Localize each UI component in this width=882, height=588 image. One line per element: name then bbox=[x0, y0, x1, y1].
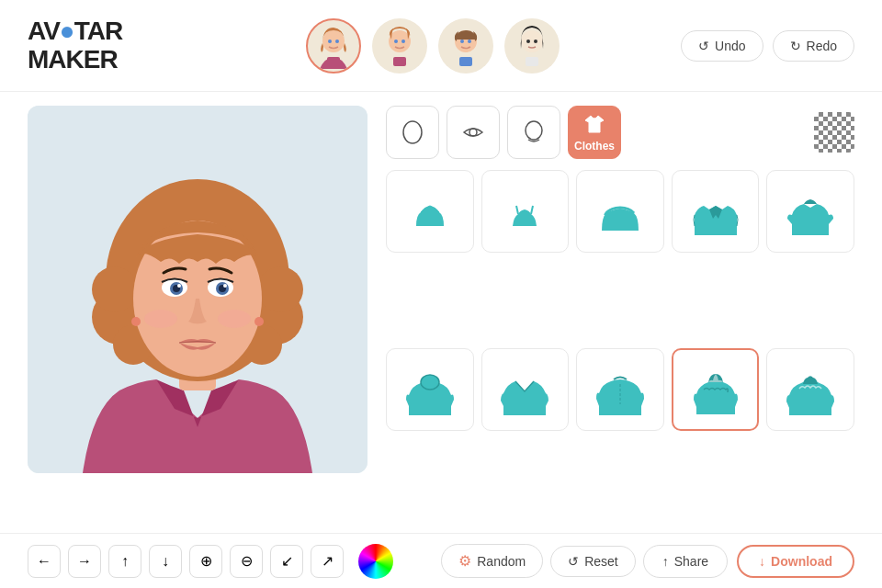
svg-point-9 bbox=[460, 40, 464, 43]
preset-avatar-1[interactable] bbox=[306, 18, 361, 74]
tab-clothes-inner: Clothes bbox=[574, 112, 615, 153]
right-panel: Clothes bbox=[386, 106, 854, 519]
svg-point-12 bbox=[521, 30, 543, 52]
svg-point-35 bbox=[218, 310, 251, 328]
zoom-out-button[interactable]: ⊖ bbox=[230, 545, 263, 578]
random-icon: ⚙ bbox=[458, 552, 471, 570]
reset-label: Reset bbox=[584, 554, 618, 569]
svg-point-39 bbox=[469, 129, 477, 136]
item-cell-10[interactable] bbox=[766, 348, 854, 431]
arrow-left-button[interactable]: ← bbox=[28, 545, 61, 578]
svg-point-23 bbox=[92, 266, 138, 312]
redo-button[interactable]: ↻ Redo bbox=[773, 30, 854, 62]
tab-clothes-label: Clothes bbox=[574, 140, 615, 153]
item-cell-7[interactable] bbox=[481, 348, 570, 431]
item-cell-5[interactable] bbox=[766, 170, 854, 253]
logo-text: AV●TAR MAKER bbox=[28, 17, 147, 74]
bottom-right-actions: ↑ Share ↓ Download bbox=[643, 545, 854, 578]
arrow-right-button[interactable]: → bbox=[68, 545, 101, 578]
zoom-in-button[interactable]: ⊕ bbox=[189, 545, 222, 578]
pattern-picker[interactable] bbox=[814, 112, 854, 153]
redo-icon: ↻ bbox=[790, 39, 801, 53]
svg-point-5 bbox=[394, 40, 398, 43]
tab-face[interactable] bbox=[386, 106, 439, 159]
main-content: Clothes bbox=[0, 92, 882, 533]
svg-rect-15 bbox=[526, 57, 538, 66]
svg-point-40 bbox=[526, 121, 542, 140]
item-cell-9[interactable] bbox=[672, 348, 760, 431]
item-cell-8[interactable] bbox=[576, 348, 664, 431]
color-wheel[interactable] bbox=[358, 544, 393, 579]
svg-point-36 bbox=[131, 317, 141, 326]
reset-button[interactable]: ↺ Reset bbox=[550, 546, 636, 577]
app-container: AV●TAR MAKER bbox=[0, 0, 882, 588]
svg-point-1 bbox=[328, 40, 332, 43]
svg-point-4 bbox=[389, 30, 411, 52]
item-cell-2[interactable] bbox=[481, 170, 570, 253]
svg-point-38 bbox=[403, 121, 422, 143]
scale-down-button[interactable]: ↙ bbox=[270, 545, 303, 578]
undo-label: Undo bbox=[715, 39, 745, 53]
undo-icon: ↺ bbox=[698, 39, 709, 53]
svg-point-41 bbox=[421, 375, 439, 390]
item-cell-6[interactable] bbox=[386, 348, 474, 431]
svg-point-13 bbox=[526, 40, 530, 43]
random-label: Random bbox=[477, 554, 526, 569]
tab-eyes[interactable] bbox=[447, 106, 500, 159]
preset-avatar-2[interactable] bbox=[372, 18, 427, 74]
svg-point-24 bbox=[257, 266, 303, 312]
download-label: Download bbox=[771, 554, 832, 569]
undo-button[interactable]: ↺ Undo bbox=[681, 30, 763, 62]
header: AV●TAR MAKER bbox=[0, 0, 882, 92]
arrow-up-button[interactable]: ↑ bbox=[108, 545, 141, 578]
svg-point-0 bbox=[322, 30, 345, 52]
share-label: Share bbox=[674, 554, 708, 569]
preset-avatar-3[interactable] bbox=[438, 18, 493, 74]
category-tabs: Clothes bbox=[386, 106, 854, 159]
download-button[interactable]: ↓ Download bbox=[737, 545, 854, 578]
svg-rect-11 bbox=[459, 57, 472, 66]
svg-point-34 bbox=[144, 310, 177, 328]
item-cell-3[interactable] bbox=[576, 170, 664, 253]
item-cell-1[interactable] bbox=[386, 170, 474, 253]
svg-point-10 bbox=[468, 40, 471, 43]
avatar-canvas bbox=[28, 106, 368, 473]
logo-dot-blue: ● bbox=[60, 17, 74, 45]
tab-head[interactable] bbox=[507, 106, 560, 159]
preset-avatar-4[interactable] bbox=[504, 18, 560, 74]
tab-clothes[interactable]: Clothes bbox=[568, 106, 621, 159]
arrow-down-button[interactable]: ↓ bbox=[149, 545, 182, 578]
svg-point-33 bbox=[223, 284, 227, 288]
item-cell-4[interactable] bbox=[672, 170, 760, 253]
download-icon: ↓ bbox=[759, 554, 765, 569]
redo-label: Redo bbox=[807, 39, 837, 53]
logo: AV●TAR MAKER bbox=[28, 17, 147, 74]
items-grid bbox=[386, 170, 854, 519]
share-button[interactable]: ↑ Share bbox=[643, 545, 728, 578]
svg-point-2 bbox=[335, 40, 339, 43]
svg-point-6 bbox=[401, 40, 405, 43]
avatar-presets bbox=[184, 18, 681, 74]
share-icon: ↑ bbox=[662, 554, 669, 569]
bottom-toolbar: ← → ↑ ↓ ⊕ ⊖ ↙ ↗ ⚙ Random ↺ Reset ↑ Share… bbox=[0, 533, 882, 588]
reset-icon: ↺ bbox=[568, 554, 579, 569]
svg-point-37 bbox=[254, 317, 264, 326]
random-button[interactable]: ⚙ Random bbox=[441, 544, 543, 578]
svg-rect-7 bbox=[393, 57, 406, 66]
scale-up-button[interactable]: ↗ bbox=[311, 545, 344, 578]
svg-point-14 bbox=[534, 40, 537, 43]
svg-point-29 bbox=[177, 284, 181, 288]
header-actions: ↺ Undo ↻ Redo bbox=[681, 30, 854, 62]
